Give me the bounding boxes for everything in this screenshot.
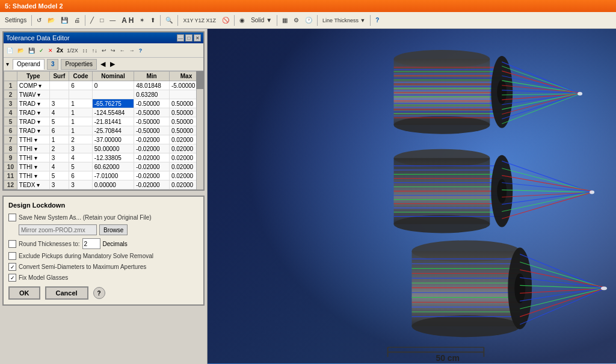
table-cell[interactable]: 6 — [69, 81, 93, 90]
decimals-input[interactable] — [82, 238, 100, 249]
cancel-button[interactable]: Cancel — [45, 286, 88, 300]
col-nominal[interactable]: Nominal — [92, 72, 134, 81]
table-cell[interactable]: TTHI ▾ — [17, 144, 49, 153]
table-cell[interactable] — [69, 90, 93, 99]
table-cell[interactable]: 3 — [49, 153, 69, 162]
browse-button[interactable]: Browse — [99, 224, 128, 235]
tde-undo-btn[interactable]: ↩ — [100, 45, 108, 57]
table-cell[interactable]: -0.50000 — [134, 99, 170, 108]
refresh-button[interactable]: ↺ — [34, 14, 44, 27]
table-cell[interactable]: TTHI ▾ — [17, 171, 49, 180]
exclude-checkbox[interactable] — [8, 252, 16, 260]
save-new-checkbox[interactable] — [8, 214, 16, 221]
arrow-tool[interactable]: ✶ — [137, 14, 147, 27]
table-cell[interactable]: 1 — [69, 99, 93, 108]
table-row[interactable]: 12TEDX ▾330.00000-0.020000.02000 — [4, 180, 203, 190]
rect-tool[interactable]: □ — [97, 14, 106, 27]
tde-halfx-btn[interactable]: 1/2X — [65, 45, 80, 57]
col-min[interactable]: Min — [134, 72, 170, 81]
tde-open-btn[interactable]: 📂 — [16, 45, 26, 57]
table-cell[interactable]: -0.02000 — [134, 171, 170, 180]
round-checkbox[interactable] — [8, 240, 16, 248]
table-cell[interactable]: 5 — [69, 162, 93, 171]
zoom-in-button[interactable]: 🔍 — [163, 14, 175, 27]
settings2-button[interactable]: ⚙ — [291, 14, 301, 27]
table-cell[interactable]: 5 — [49, 117, 69, 126]
3d-view[interactable]: 50 cm — [208, 29, 616, 364]
table-cell[interactable]: TWAV ▾ — [17, 90, 49, 99]
table-cell[interactable]: TRAD ▾ — [17, 108, 49, 117]
table-scrollbar[interactable] — [196, 71, 203, 190]
minus-tool[interactable]: — — [107, 14, 118, 27]
text-tool[interactable]: A H — [119, 14, 136, 27]
table-cell[interactable]: -37.00000 — [92, 135, 134, 144]
col-surf[interactable]: Surf — [49, 72, 69, 81]
col-type[interactable]: Type — [17, 72, 49, 81]
tde-check-btn[interactable]: ✓ — [37, 45, 46, 57]
tde-redo-btn[interactable]: ↪ — [109, 45, 117, 57]
tde-help-btn[interactable]: ? — [137, 45, 144, 57]
mirror-zoom-input[interactable] — [19, 224, 97, 235]
table-cell[interactable]: 6 — [69, 171, 93, 180]
table-row[interactable]: 11TTHI ▾56-7.01000-0.020000.02000 — [4, 171, 203, 180]
table-cell[interactable]: 2 — [49, 144, 69, 153]
tde-minimize-button[interactable]: — — [177, 34, 184, 42]
table-cell[interactable]: -7.01000 — [92, 171, 134, 180]
tab-operand[interactable]: Operand — [13, 59, 45, 70]
tab-prev-btn[interactable]: ◀ — [99, 60, 106, 68]
table-cell[interactable]: -21.81441 — [92, 117, 134, 126]
tde-cross-btn[interactable]: ✕ — [46, 45, 55, 57]
tde-close-button[interactable]: ✕ — [194, 34, 201, 42]
tde-left-arrow-btn[interactable]: ← — [118, 45, 127, 57]
table-cell[interactable]: 3 — [49, 180, 69, 190]
solid-button[interactable]: Solid ▼ — [248, 14, 274, 27]
table-cell[interactable]: -0.50000 — [134, 126, 170, 135]
grid-button[interactable]: ▦ — [280, 14, 290, 27]
table-cell[interactable]: 3 — [49, 99, 69, 108]
table-cell[interactable]: 1 — [69, 108, 93, 117]
table-cell[interactable]: TRAD ▾ — [17, 126, 49, 135]
table-row[interactable]: 10TTHI ▾4560.62000-0.020000.02000 — [4, 162, 203, 171]
table-cell[interactable]: 3 — [69, 180, 93, 190]
open-button[interactable]: 📂 — [45, 14, 57, 27]
table-row[interactable]: 4TRAD ▾41-124.55484-0.500000.50000 — [4, 108, 203, 117]
ok-button[interactable]: OK — [8, 286, 40, 300]
table-cell[interactable]: -25.70844 — [92, 126, 134, 135]
table-cell[interactable]: 2 — [69, 135, 93, 144]
table-cell[interactable]: -0.02000 — [134, 162, 170, 171]
table-cell[interactable]: TEDX ▾ — [17, 180, 49, 190]
table-cell[interactable]: -0.02000 — [134, 144, 170, 153]
tde-ai-btn[interactable]: ↑↓ — [90, 45, 99, 57]
table-cell[interactable]: 4 — [49, 162, 69, 171]
table-cell[interactable]: 0 — [92, 81, 134, 90]
table-cell[interactable]: -12.33805 — [92, 153, 134, 162]
table-row[interactable]: 5TRAD ▾51-21.81441-0.500000.50000 — [4, 117, 203, 126]
help-button[interactable]: ? — [373, 14, 381, 27]
table-cell[interactable]: TTHI ▾ — [17, 135, 49, 144]
table-cell[interactable]: -0.02000 — [134, 153, 170, 162]
tde-dropdown-arrow[interactable]: ▾ — [6, 61, 9, 67]
table-row[interactable]: 6TRAD ▾61-25.70844-0.500000.50000 — [4, 126, 203, 135]
table-cell[interactable]: 48.01848 — [134, 81, 170, 90]
table-cell[interactable]: TTHI ▾ — [17, 162, 49, 171]
table-cell[interactable]: 0.00000 — [92, 180, 134, 190]
line-thickness-button[interactable]: Line Thickness ▼ — [320, 14, 368, 27]
fix-model-checkbox[interactable] — [8, 274, 16, 282]
table-cell[interactable]: -0.50000 — [134, 117, 170, 126]
table-cell[interactable]: 3 — [69, 144, 93, 153]
table-row[interactable]: 7TTHI ▾12-37.00000-0.020000.02000 — [4, 135, 203, 144]
save-button[interactable]: 💾 — [58, 14, 70, 27]
tde-restore-button[interactable]: □ — [185, 34, 192, 42]
xyz-button[interactable]: X1Y Y1Z X1Z — [180, 14, 218, 27]
table-cell[interactable]: -0.50000 — [134, 108, 170, 117]
table-cell[interactable]: 0.63280 — [134, 90, 170, 99]
scrollbar-handle[interactable] — [196, 71, 203, 89]
tde-right-arrow-btn[interactable]: → — [128, 45, 137, 57]
convert-checkbox[interactable] — [8, 263, 16, 271]
table-cell[interactable]: 60.62000 — [92, 162, 134, 171]
table-row[interactable]: 3TRAD ▾31-65.76275-0.500000.50000 — [4, 99, 203, 108]
table-cell[interactable]: 1 — [69, 117, 93, 126]
table-cell[interactable]: 6 — [49, 126, 69, 135]
table-cell[interactable]: -0.02000 — [134, 135, 170, 144]
table-cell[interactable]: 50.00000 — [92, 144, 134, 153]
